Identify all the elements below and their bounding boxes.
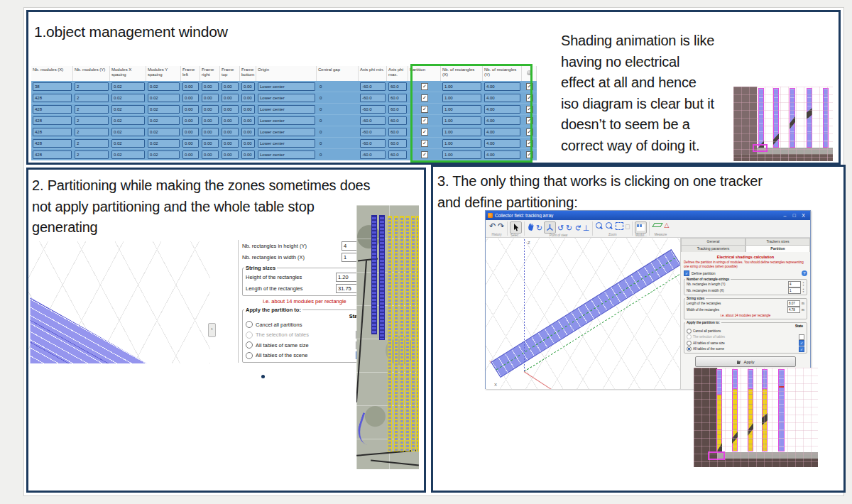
table-cell-input[interactable]: 0.00 <box>241 105 255 114</box>
rotate-left-icon[interactable]: ↺ <box>557 224 564 232</box>
table-cell-input[interactable]: Lower center <box>258 116 315 125</box>
table-cell-input[interactable]: 0.00 <box>222 150 239 159</box>
table-cell-input[interactable]: -60.0 <box>360 139 386 148</box>
minimize-button[interactable]: – <box>780 212 790 219</box>
table-cell-input[interactable]: -60.0 <box>360 150 386 159</box>
table-cell-input[interactable]: 0.00 <box>182 116 199 125</box>
table-cell-input[interactable]: 0.00 <box>182 82 199 91</box>
option-radio[interactable] <box>246 321 253 328</box>
table-cell-input[interactable]: 428 <box>33 105 72 114</box>
spin-value-input[interactable]: 1 <box>788 287 801 294</box>
table-cell-input[interactable]: 0.02 <box>148 150 180 159</box>
table-cell-input[interactable]: 0.02 <box>111 150 145 159</box>
table-cell-input[interactable]: 0.02 <box>148 128 180 136</box>
table-cell-input[interactable]: 0.02 <box>148 82 180 91</box>
table-cell-input[interactable]: 0.00 <box>222 128 239 136</box>
option-radio[interactable] <box>246 352 253 359</box>
table-cell-input[interactable]: Lower center <box>258 105 315 114</box>
spinner-arrows[interactable]: ▲▼ <box>802 288 804 293</box>
table-cell-input[interactable]: Lower center <box>258 128 315 136</box>
spin-value-input[interactable]: 1.20 <box>336 273 357 282</box>
table-cell-input[interactable]: 428 <box>33 94 72 102</box>
table-cell-input[interactable]: 0.02 <box>148 105 180 114</box>
tracker-table-3d[interactable] <box>491 249 680 378</box>
table-cell-input[interactable]: 0.02 <box>111 116 145 125</box>
table-cell-input[interactable]: 0.00 <box>202 82 219 91</box>
table-cell-input[interactable]: 428 <box>33 116 72 125</box>
table-cell-input[interactable]: 60.0 <box>388 82 407 91</box>
define-partition-checkbox[interactable]: ✓ <box>684 270 689 276</box>
modules-grid-icon[interactable] <box>635 221 647 234</box>
tab-trackers-sizes[interactable]: Trackers sizes <box>746 238 810 245</box>
select-cursor-icon[interactable] <box>510 221 522 234</box>
table-cell-input[interactable]: 0.00 <box>182 105 199 114</box>
table-cell-input[interactable]: 0.00 <box>222 94 239 102</box>
table-cell-input[interactable]: 0.00 <box>202 116 219 125</box>
zoom-region-icon[interactable] <box>616 222 623 230</box>
table-cell-input[interactable]: 0.00 <box>182 128 199 136</box>
table-cell-input[interactable]: 60.0 <box>388 150 407 159</box>
zoom-out-icon[interactable] <box>606 222 612 229</box>
tracker-3d-view[interactable]: Z Y X <box>486 238 680 389</box>
table-cell-input[interactable]: 0.00 <box>222 139 239 148</box>
zoom-all-icon[interactable]: ◻ <box>625 223 630 230</box>
undo-icon[interactable]: ↶ <box>488 221 496 230</box>
table-cell-input[interactable]: 2 <box>75 116 109 125</box>
vertical-axis-icon[interactable]: ⊥ <box>582 224 590 232</box>
table-cell-input[interactable]: 0.00 <box>222 116 239 125</box>
option-radio[interactable] <box>687 341 692 346</box>
table-cell-input[interactable]: 0.00 <box>241 82 255 91</box>
table-cell-input[interactable]: 2 <box>75 139 109 148</box>
option-checkbox[interactable]: ✓ <box>799 346 804 352</box>
table-cell-input[interactable]: 0.00 <box>182 139 199 148</box>
table-cell-input[interactable]: 0.00 <box>241 150 255 159</box>
table-cell-input[interactable]: Lower center <box>258 139 315 148</box>
table-cell-input[interactable]: 60.0 <box>388 116 407 125</box>
table-cell-input[interactable]: 2 <box>75 94 109 102</box>
zoom-in-icon[interactable] <box>596 222 602 229</box>
table-cell-input[interactable]: 2 <box>75 128 109 136</box>
table-cell-input[interactable]: 38 <box>33 82 72 91</box>
pv-table-shape[interactable] <box>28 241 210 363</box>
tab-partition[interactable]: Partition <box>746 245 810 252</box>
table-cell-input[interactable]: 0.00 <box>241 116 255 125</box>
tab-general[interactable]: General <box>681 238 746 245</box>
ruler-icon[interactable] <box>652 223 663 227</box>
table-cell-input[interactable]: 0.02 <box>111 128 145 136</box>
table-cell-input[interactable]: 428 <box>33 139 72 148</box>
spin-value-input[interactable]: 31.75 <box>336 284 357 293</box>
table-cell-input[interactable]: 428 <box>33 128 72 136</box>
tab-tracking-parameters[interactable]: Tracking parameters <box>681 245 746 252</box>
table-cell-input[interactable]: -60.0 <box>360 105 386 114</box>
table-cell-input[interactable]: 0.02 <box>148 139 180 148</box>
table-cell-input[interactable]: 2 <box>75 150 109 159</box>
table-cell-input[interactable]: -60.0 <box>360 116 386 125</box>
table-cell-input[interactable]: 0.00 <box>202 105 219 114</box>
help-icon[interactable]: ? <box>802 270 807 276</box>
redo-icon[interactable]: ↷ <box>497 221 505 230</box>
option-radio[interactable] <box>246 341 253 349</box>
rotate-up-icon[interactable]: ↻ <box>574 224 582 231</box>
table-cell-input[interactable]: 0.00 <box>202 94 219 102</box>
table-cell-input[interactable]: 0.00 <box>182 150 199 159</box>
table-cell-input[interactable]: 60.0 <box>388 105 407 114</box>
table-cell-input[interactable]: Lower center <box>258 82 315 91</box>
table-cell-input[interactable]: 0.00 <box>222 82 239 91</box>
orbit-icon[interactable]: ↻ <box>535 224 543 232</box>
pan-hand-icon[interactable] <box>527 223 535 232</box>
option-checkbox[interactable] <box>799 334 804 340</box>
table-cell-input[interactable]: Lower center <box>258 94 315 102</box>
table-cell-input[interactable]: 60.0 <box>388 128 407 136</box>
maximize-button[interactable]: □ <box>790 212 799 219</box>
spin-value-input[interactable]: 8.07 <box>787 300 800 307</box>
table-cell-input[interactable]: 0.00 <box>202 139 219 148</box>
table-cell-input[interactable]: 428 <box>33 150 72 159</box>
window-titlebar[interactable]: Collector field: tracking array – □ X <box>486 211 810 220</box>
option-checkbox[interactable]: ✓ <box>799 340 804 346</box>
spin-value-input[interactable]: 4 <box>788 281 801 287</box>
option-radio[interactable] <box>687 346 692 351</box>
table-cell-input[interactable]: 0.00 <box>241 139 255 148</box>
table-cell-input[interactable]: 0.00 <box>202 150 219 159</box>
table-cell-input[interactable]: -60.0 <box>360 128 386 136</box>
table-cell-input[interactable]: 2 <box>75 105 109 114</box>
